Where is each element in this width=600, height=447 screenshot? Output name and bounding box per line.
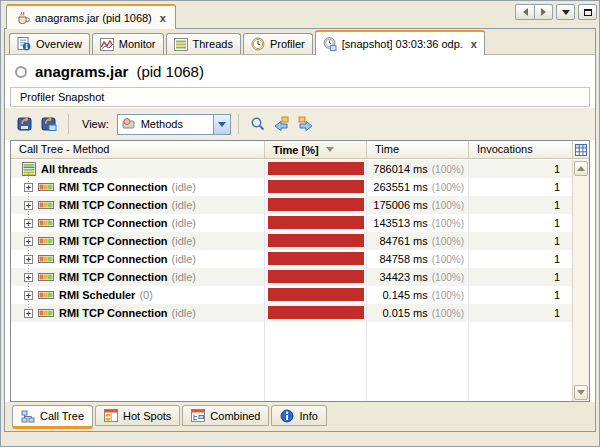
result-tab-label: Hot Spots xyxy=(123,410,171,422)
method-cell: +RMI TCP Connection(idle) xyxy=(11,196,265,214)
thread-icon xyxy=(38,182,54,192)
result-tab-hot-spots[interactable]: Hot Spots xyxy=(95,405,180,426)
expand-handle-icon[interactable]: + xyxy=(24,255,33,264)
time-percent-cell xyxy=(265,268,367,286)
column-header-time-percent[interactable]: Time [%] xyxy=(265,141,367,158)
expand-handle-icon[interactable]: + xyxy=(24,309,33,318)
method-cell: +RMI TCP Connection(idle) xyxy=(11,250,265,268)
close-document-tab-icon[interactable]: x xyxy=(160,12,166,24)
call-tree-row[interactable]: +RMI Scheduler(0)0.145 ms(100%)1 xyxy=(11,286,572,304)
call-tree-row[interactable]: All threads786014 ms(100%)1 xyxy=(11,160,572,178)
profiler-icon xyxy=(251,37,265,51)
method-cell: +RMI TCP Connection(idle) xyxy=(11,232,265,250)
toolbar-separator xyxy=(68,114,69,134)
view-tab-snapshot-03-03-36-odp[interactable]: [snapshot] 03:03:36 odp.x xyxy=(315,30,485,55)
expand-handle-icon[interactable]: + xyxy=(24,219,33,228)
close-tab-icon[interactable]: x xyxy=(471,38,477,50)
thread-name: RMI TCP Connection xyxy=(59,307,168,319)
time-value: 143513 ms xyxy=(373,217,427,229)
call-tree-row[interactable]: +RMI TCP Connection(idle)84761 ms(100%)1 xyxy=(11,232,572,250)
expand-handle-icon[interactable]: + xyxy=(24,183,33,192)
hot-spots-icon xyxy=(104,409,118,422)
view-select-dropdown-icon[interactable] xyxy=(213,115,230,134)
time-value: 84758 ms xyxy=(379,253,427,265)
time-cell: 143513 ms(100%) xyxy=(367,214,469,232)
time-percent-value: (100%) xyxy=(432,200,464,211)
call-tree-table-body: All threads786014 ms(100%)1+RMI TCP Conn… xyxy=(11,160,572,401)
scroll-tabs-left-button[interactable] xyxy=(515,4,534,20)
scroll-down-button[interactable] xyxy=(574,385,588,400)
time-cell: 786014 ms(100%) xyxy=(367,160,469,178)
application-header: anagrams.jar (pid 1068) xyxy=(5,57,595,86)
invocations-cell: 1 xyxy=(469,250,572,268)
maximize-button[interactable] xyxy=(578,4,597,20)
thread-state: (idle) xyxy=(172,217,196,229)
call-tree-row[interactable]: +RMI TCP Connection(idle)84758 ms(100%)1 xyxy=(11,250,572,268)
time-percent-bar xyxy=(268,198,364,211)
call-tree-row[interactable]: +RMI TCP Connection(idle)263551 ms(100%)… xyxy=(11,178,572,196)
thread-icon xyxy=(38,200,54,210)
result-tab-info[interactable]: Info xyxy=(271,405,326,426)
search-button[interactable] xyxy=(246,112,270,136)
monitor-icon xyxy=(100,38,114,51)
result-tab-combined[interactable]: Combined xyxy=(182,405,269,426)
sort-descending-icon xyxy=(326,147,334,152)
application-title: anagrams.jar xyxy=(35,63,128,80)
thread-state: (idle) xyxy=(172,271,196,283)
invocations-cell: 1 xyxy=(469,196,572,214)
method-cell: +RMI TCP Connection(idle) xyxy=(11,178,265,196)
time-cell: 84758 ms(100%) xyxy=(367,250,469,268)
view-tab-overview[interactable]: iOverview xyxy=(9,33,90,54)
time-percent-cell xyxy=(265,196,367,214)
result-tab-call-tree[interactable]: Call Tree xyxy=(12,405,93,429)
document-tab-anagrams[interactable]: anagrams.jar (pid 1068) x xyxy=(6,4,176,29)
column-header-invocations[interactable]: Invocations xyxy=(469,141,572,158)
thread-icon xyxy=(38,236,54,246)
section-title: Profiler Snapshot xyxy=(20,91,104,103)
result-tab-label: Call Tree xyxy=(40,410,84,422)
thread-state: (0) xyxy=(139,289,152,301)
column-header-time[interactable]: Time xyxy=(367,141,469,158)
expand-handle-icon[interactable]: + xyxy=(24,237,33,246)
scroll-tabs-right-button[interactable] xyxy=(534,4,553,20)
thread-icon xyxy=(38,272,54,282)
thread-state: (idle) xyxy=(172,307,196,319)
method-cell: +RMI TCP Connection(idle) xyxy=(11,214,265,232)
column-selector-button[interactable] xyxy=(572,141,589,158)
vertical-scrollbar[interactable] xyxy=(572,160,589,401)
find-next-button[interactable] xyxy=(294,112,318,136)
thread-state: (idle) xyxy=(172,199,196,211)
document-tabbar: anagrams.jar (pid 1068) x xyxy=(4,3,596,28)
find-previous-button[interactable] xyxy=(270,112,294,136)
call-tree-row[interactable]: +RMI TCP Connection(idle)34423 ms(100%)1 xyxy=(11,268,572,286)
view-tab-label: Monitor xyxy=(119,38,156,50)
time-value: 263551 ms xyxy=(373,181,427,193)
expand-handle-icon[interactable]: + xyxy=(24,273,33,282)
snapshot-toolbar: View: Methods xyxy=(5,108,595,140)
window-buttons xyxy=(515,4,597,20)
expand-handle-icon[interactable]: + xyxy=(24,291,33,300)
export-snapshot-button[interactable] xyxy=(13,112,37,136)
expand-handle-icon[interactable]: + xyxy=(24,201,33,210)
view-select[interactable]: Methods xyxy=(117,114,231,135)
call-tree-row[interactable]: +RMI TCP Connection(idle)175006 ms(100%)… xyxy=(11,196,572,214)
time-percent-value: (100%) xyxy=(432,308,464,319)
view-tab-profiler[interactable]: Profiler xyxy=(243,33,313,54)
call-tree-row[interactable]: +RMI TCP Connection(idle)143513 ms(100%)… xyxy=(11,214,572,232)
view-tab-monitor[interactable]: Monitor xyxy=(92,33,164,54)
tab-list-dropdown-button[interactable] xyxy=(556,4,575,20)
column-header-method[interactable]: Call Tree - Method xyxy=(11,141,265,158)
invocations-cell: 1 xyxy=(469,178,572,196)
time-cell: 84761 ms(100%) xyxy=(367,232,469,250)
time-cell: 0.145 ms(100%) xyxy=(367,286,469,304)
view-label: View: xyxy=(82,118,109,130)
scroll-up-button[interactable] xyxy=(574,161,588,176)
time-percent-value: (100%) xyxy=(432,290,464,301)
java-application-icon xyxy=(16,11,30,25)
save-view-image-button[interactable] xyxy=(37,112,61,136)
overview-icon: i xyxy=(17,37,31,51)
method-cell: +RMI TCP Connection(idle) xyxy=(11,268,265,286)
time-percent-value: (100%) xyxy=(432,272,464,283)
view-tab-threads[interactable]: Threads xyxy=(166,33,241,54)
call-tree-row[interactable]: +RMI TCP Connection(idle)0.015 ms(100%)1 xyxy=(11,304,572,322)
